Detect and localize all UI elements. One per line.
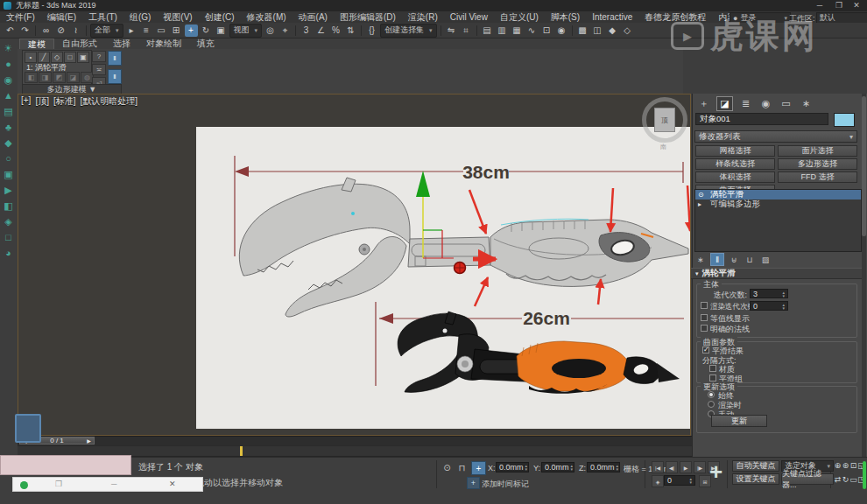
- time-next-icon[interactable]: ▶: [87, 438, 91, 444]
- viewcube[interactable]: 顶: [642, 97, 687, 143]
- modifier-button[interactable]: 体积选择: [695, 172, 775, 183]
- align-icon[interactable]: ⌗: [460, 24, 473, 37]
- rollout-header[interactable]: ▾ 涡轮平滑: [691, 268, 863, 279]
- viewport-menu-general[interactable]: [+]: [21, 95, 31, 108]
- menu-item[interactable]: 工具(T): [82, 11, 123, 23]
- render-setup-icon[interactable]: ▩: [576, 24, 589, 37]
- separator[interactable]: [476, 25, 477, 36]
- helpers-icon[interactable]: ▲: [0, 88, 17, 103]
- foliage-icon[interactable]: ♣: [0, 119, 17, 135]
- auto-key-button[interactable]: 自动关键点: [732, 460, 779, 472]
- menu-item[interactable]: Civil View: [444, 11, 494, 23]
- menu-item[interactable]: 编辑(E): [41, 11, 82, 23]
- menu-item[interactable]: 文件(F): [0, 11, 41, 23]
- zoom-all-icon[interactable]: ⊛: [842, 461, 849, 469]
- redo-icon[interactable]: ↷: [18, 24, 32, 37]
- curve-editor-icon[interactable]: ∿: [525, 24, 539, 37]
- close-icon[interactable]: ✕: [169, 480, 176, 488]
- viewport-menu-perview[interactable]: [标准]: [53, 95, 76, 108]
- create-tab[interactable]: ＋: [696, 97, 711, 110]
- prev-frame-icon[interactable]: ◀|: [666, 461, 678, 473]
- object-name-field[interactable]: 对象001: [695, 113, 828, 125]
- menu-item[interactable]: Interactive: [586, 11, 638, 23]
- viewport-layout-tab[interactable]: [15, 414, 41, 443]
- orbit-icon[interactable]: ↻: [842, 475, 849, 483]
- menu-item[interactable]: 自定义(U): [494, 11, 545, 23]
- add-time-tag[interactable]: 添加时间标记: [482, 479, 529, 490]
- undo-icon[interactable]: ↶: [4, 24, 17, 37]
- ribbon-help-icon[interactable]: ?: [92, 51, 106, 62]
- spinner-snap-icon[interactable]: ⇅: [344, 24, 357, 37]
- object-color-swatch[interactable]: [834, 113, 855, 127]
- separator[interactable]: [572, 25, 573, 36]
- render-icon[interactable]: ◆: [606, 24, 619, 37]
- render-iter-field[interactable]: 0 ▴▾: [750, 301, 788, 311]
- set-key-button[interactable]: 设置关键点: [732, 473, 779, 485]
- menu-item[interactable]: 春德龙原创教程: [638, 11, 712, 23]
- rendered-frame-icon[interactable]: ◫: [591, 24, 604, 37]
- unlink-icon[interactable]: ⊘: [54, 24, 67, 37]
- angle-snap-icon[interactable]: ∠: [314, 24, 328, 37]
- materials-checkbox[interactable]: [709, 365, 716, 372]
- eye-icon[interactable]: ⊙: [698, 191, 707, 199]
- smooth-result-checkbox[interactable]: [702, 346, 709, 354]
- separator[interactable]: [441, 25, 441, 36]
- spinner-icon[interactable]: ▴▾: [525, 464, 528, 471]
- spinner-icon[interactable]: ▴▾: [617, 464, 619, 471]
- snaps-toggle-icon[interactable]: 3: [300, 24, 313, 37]
- key-filters-button[interactable]: 关键点过滤器...: [781, 473, 834, 485]
- separator[interactable]: [295, 25, 296, 36]
- x-field[interactable]: 0.0mm▴▾: [496, 462, 529, 472]
- smoothing-groups-checkbox[interactable]: [709, 374, 716, 382]
- next-frame-icon[interactable]: |▶: [694, 461, 706, 473]
- minimize-button[interactable]: ─: [811, 0, 828, 10]
- modifier-button[interactable]: 样条线选择: [695, 158, 775, 170]
- modifier-button[interactable]: 面片选择: [778, 145, 857, 157]
- ribbon-toggle-b-icon[interactable]: ‖: [108, 69, 122, 84]
- isolate-selection-icon[interactable]: ⊙: [441, 462, 453, 473]
- cameras-pair-icon[interactable]: ◈: [0, 214, 17, 229]
- camera-icon[interactable]: ◉: [0, 72, 17, 88]
- menu-item[interactable]: 视图(V): [157, 11, 198, 23]
- go-to-start-icon[interactable]: |◀: [652, 461, 664, 473]
- minimize-icon[interactable]: ─: [111, 480, 116, 488]
- show-end-result-icon[interactable]: ‖: [710, 253, 724, 266]
- play-icon[interactable]: ▶: [680, 461, 692, 473]
- percent-snap-icon[interactable]: %: [329, 24, 342, 37]
- selection-region-icon[interactable]: ▭: [155, 24, 168, 37]
- menu-item[interactable]: 创建(C): [199, 11, 241, 23]
- viewport-menu-pov[interactable]: [顶]: [35, 95, 49, 108]
- scene-list-icon[interactable]: ▤: [0, 103, 17, 119]
- modifier-button[interactable]: 网格选择: [695, 145, 775, 157]
- viewcube-face[interactable]: 顶: [654, 108, 675, 132]
- window-crossing-icon[interactable]: ⊞: [170, 24, 183, 37]
- slate-icon[interactable]: ◧: [0, 198, 17, 214]
- z-field[interactable]: 0.0mm▴▾: [587, 462, 620, 472]
- restore-icon[interactable]: ❐: [55, 480, 62, 488]
- manipulate-icon[interactable]: ⌖: [278, 24, 292, 37]
- select-move-icon[interactable]: +: [185, 24, 198, 37]
- stack-row-editable-poly[interactable]: ▸ 可编辑多边形: [695, 200, 861, 209]
- close-button[interactable]: ✕: [848, 0, 865, 10]
- select-by-name-icon[interactable]: ≡: [140, 24, 153, 37]
- floating-mini-window[interactable]: [0, 455, 131, 475]
- pan-icon[interactable]: ⇄: [834, 475, 842, 483]
- pin-stack-icon[interactable]: ∗: [694, 254, 707, 265]
- motion-tab[interactable]: ◉: [758, 97, 773, 110]
- region-icon[interactable]: □: [0, 229, 17, 245]
- menu-item[interactable]: 渲染(R): [402, 11, 444, 23]
- modifier-button[interactable]: 多边形选择: [778, 158, 857, 170]
- floating-mini-titlebar[interactable]: ❐ ─ ✕: [12, 477, 203, 492]
- absolute-mode-toggle[interactable]: +: [471, 461, 486, 475]
- remove-modifier-icon[interactable]: ⊔: [744, 254, 756, 265]
- current-frame-field[interactable]: 0▴▾: [664, 475, 695, 486]
- menu-item[interactable]: 修改器(M): [241, 11, 293, 23]
- spinner-icon[interactable]: ▴▾: [689, 477, 692, 484]
- menu-item[interactable]: 组(G): [123, 11, 157, 23]
- hierarchy-tab[interactable]: ≣: [738, 97, 753, 110]
- configure-modifier-sets-icon[interactable]: ▨: [759, 254, 772, 265]
- geometry-icon[interactable]: ●: [0, 56, 17, 72]
- mirror-icon[interactable]: ⇋: [445, 24, 458, 37]
- spinner-icon[interactable]: ▴▾: [571, 464, 574, 471]
- utilities-tab[interactable]: ∗: [799, 97, 814, 110]
